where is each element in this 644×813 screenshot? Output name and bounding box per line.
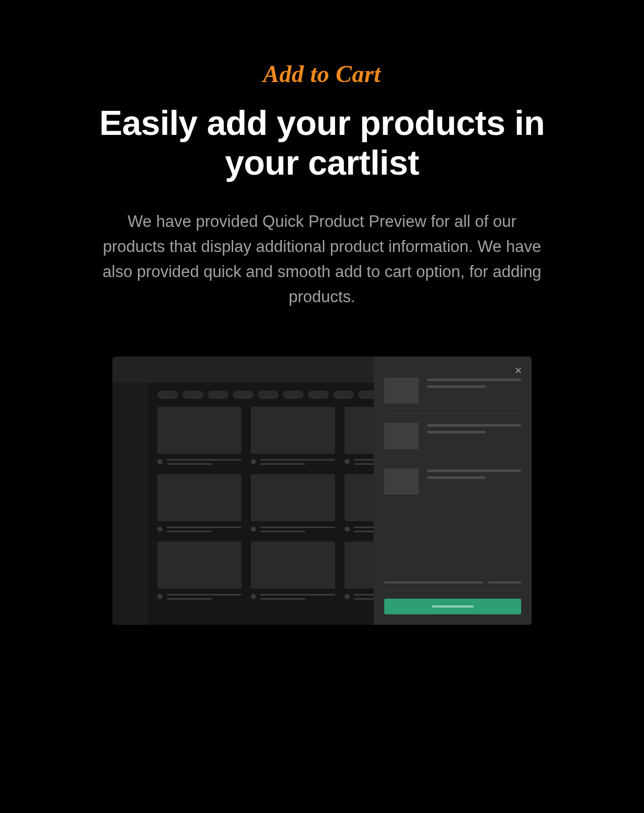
text-placeholder — [427, 431, 486, 433]
section-description: We have provided Quick Product Preview f… — [97, 209, 547, 310]
avatar-dot — [251, 459, 256, 464]
close-icon[interactable]: ✕ — [514, 366, 522, 375]
text-placeholder — [260, 531, 305, 532]
mockup-sidebar — [112, 383, 148, 625]
cart-item — [384, 423, 521, 459]
product-image-placeholder — [251, 474, 335, 521]
text-placeholder — [167, 463, 212, 465]
text-placeholder — [427, 385, 486, 388]
filter-pill — [233, 391, 254, 399]
cart-item-thumb — [384, 377, 419, 404]
text-placeholder — [488, 581, 521, 583]
product-card — [157, 407, 242, 465]
text-placeholder — [427, 379, 521, 381]
text-placeholder — [427, 424, 521, 427]
product-image-placeholder — [157, 542, 242, 589]
filter-pill — [333, 391, 354, 399]
product-image-placeholder — [157, 407, 242, 454]
cart-item-thumb — [384, 423, 419, 449]
avatar-dot — [157, 459, 163, 464]
checkout-button[interactable] — [384, 599, 521, 614]
text-placeholder — [260, 594, 335, 596]
text-placeholder — [167, 459, 242, 461]
product-image-placeholder — [251, 542, 335, 589]
button-label-placeholder — [432, 605, 474, 608]
text-placeholder — [167, 531, 212, 532]
product-card — [251, 407, 335, 465]
text-placeholder — [167, 598, 212, 600]
filter-pill — [258, 391, 279, 399]
cart-item — [384, 377, 521, 414]
product-card — [251, 474, 335, 532]
filter-pill — [182, 391, 203, 399]
text-placeholder — [167, 526, 242, 528]
filter-pill — [283, 391, 304, 399]
text-placeholder — [384, 581, 483, 583]
filter-pill — [308, 391, 329, 399]
cart-summary — [384, 581, 521, 614]
text-placeholder — [260, 598, 305, 600]
ui-mockup: ✕ — [112, 357, 532, 625]
product-image-placeholder — [157, 474, 242, 521]
avatar-dot — [157, 526, 163, 532]
text-placeholder — [427, 470, 521, 472]
avatar-dot — [157, 594, 163, 599]
avatar-dot — [344, 526, 350, 532]
cart-item — [384, 468, 521, 504]
avatar-dot — [344, 459, 350, 464]
section-headline: Easily add your products in your cartlis… — [87, 104, 557, 183]
avatar-dot — [251, 526, 256, 532]
text-placeholder — [167, 594, 242, 596]
product-card — [157, 542, 242, 600]
cart-panel: ✕ — [374, 357, 532, 625]
filter-pill — [208, 391, 228, 399]
cart-item-thumb — [384, 468, 419, 495]
product-card — [157, 474, 242, 532]
text-placeholder — [427, 476, 486, 479]
text-placeholder — [260, 526, 335, 528]
text-placeholder — [260, 463, 305, 465]
filter-pill — [157, 391, 178, 399]
section-eyebrow: Add to Cart — [0, 60, 644, 88]
avatar-dot — [344, 594, 350, 599]
text-placeholder — [260, 459, 335, 461]
cart-list — [384, 377, 521, 504]
product-card — [251, 542, 335, 600]
product-image-placeholder — [251, 407, 335, 454]
avatar-dot — [251, 594, 256, 599]
